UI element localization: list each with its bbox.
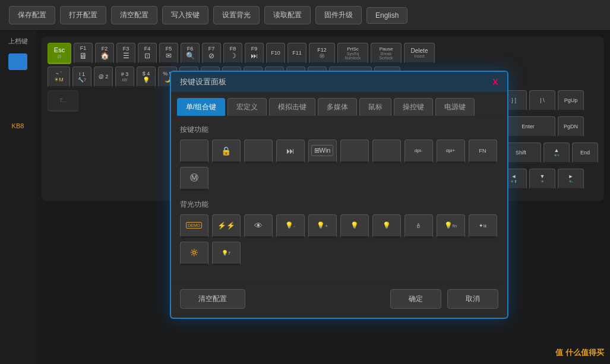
bl-btn-2[interactable]: 💡 <box>372 214 401 238</box>
bl-btn-6[interactable]: 🔆 <box>180 241 208 265</box>
modal-footer: 清空配置 确定 取消 <box>171 283 507 317</box>
read-config-button[interactable]: 读取配置 <box>264 6 311 24</box>
key-enter[interactable]: Enter <box>501 116 555 138</box>
modal-cancel-button[interactable]: 取消 <box>447 289 498 308</box>
bl-btn-lightning[interactable]: ⚡⚡ <box>212 214 241 238</box>
modal-body: 按键功能 🔒 ⏭ ⊞Win dpi- dpi+ FN Ⓜ 背光功能 DEMO ⚡… <box>171 115 507 283</box>
bl-btn-4[interactable]: 💡fin <box>437 214 465 238</box>
key-f1[interactable]: F1🖥 <box>74 43 93 64</box>
key-f3[interactable]: F3☰ <box>116 43 135 64</box>
key-f11[interactable]: F11 <box>287 43 306 64</box>
tab-macro[interactable]: 宏定义 <box>227 97 267 115</box>
key-f10[interactable]: F10 <box>266 43 285 64</box>
key-pgdn[interactable]: PgDN <box>558 116 584 138</box>
bl-btn-1[interactable]: 💡 <box>340 214 369 238</box>
key-delete[interactable]: DeleteInsert <box>404 43 435 64</box>
key-f2[interactable]: F2🏠 <box>95 43 114 64</box>
key-tilde[interactable]: ~ `☀M <box>48 67 70 88</box>
modal-dialog: 按键设置面板 X 单/组合键 宏定义 模拟击键 多媒体 鼠标 操控键 电源键 按… <box>170 70 508 318</box>
kb-label: KB8 <box>12 122 24 129</box>
kf-btn-6[interactable] <box>340 139 369 163</box>
kf-btn-1[interactable] <box>180 139 208 163</box>
bl-btn-7[interactable]: 💡7 <box>212 241 241 265</box>
kf-btn-m[interactable]: Ⓜ <box>180 166 208 190</box>
backlight-func-buttons: DEMO ⚡⚡ 👁 💡- 💡+ 💡 💡 🕯 💡fin ✦lit 🔆 💡7 <box>180 214 498 265</box>
key-pgup[interactable]: PgUp <box>558 90 584 112</box>
set-backlight-button[interactable]: 设置背光 <box>213 6 260 24</box>
write-keys-button[interactable]: 写入按键 <box>162 6 208 24</box>
kf-btn-dpi-plus[interactable]: dpi+ <box>437 139 465 163</box>
firmware-upgrade-button[interactable]: 固件升级 <box>315 6 362 24</box>
kf-btn-3[interactable] <box>244 139 273 163</box>
key-row-fn: Esc ⊘ F1🖥 F2🏠 F3☰ F4⊡ F5✉ F6🔍 F7⊘ F8☽ F9… <box>48 43 598 64</box>
key-backslash[interactable]: | \ <box>529 90 555 112</box>
bl-btn-3[interactable]: 🕯 <box>404 214 433 238</box>
tab-power[interactable]: 电源键 <box>435 97 475 115</box>
key-f8[interactable]: F8☽ <box>223 43 242 64</box>
kf-btn-dpi-minus[interactable]: dpi- <box>404 139 433 163</box>
key-pause[interactable]: PauseBreakScrlock <box>371 43 402 64</box>
bl-btn-demo[interactable]: DEMO <box>180 214 208 238</box>
key-func-buttons: 🔒 ⏭ ⊞Win dpi- dpi+ FN Ⓜ <box>180 139 498 190</box>
modal-confirm-button[interactable]: 确定 <box>390 289 441 308</box>
key-3[interactable]: # 3//// <box>115 67 134 88</box>
kf-btn-7[interactable] <box>372 139 401 163</box>
tab-joystick[interactable]: 操控键 <box>394 97 433 115</box>
blue-indicator <box>8 53 27 70</box>
upper-key-label: 上档键 <box>8 37 28 46</box>
key-f7[interactable]: F7⊘ <box>202 43 221 64</box>
key-1[interactable]: ! 1🔧7 <box>72 67 91 88</box>
toolbar: 保存配置 打开配置 清空配置 写入按键 设置背光 读取配置 固件升级 Engli… <box>0 0 610 31</box>
kf-btn-5[interactable]: ⊞Win <box>308 139 337 163</box>
tab-mouse[interactable]: 鼠标 <box>359 97 391 115</box>
key-f12[interactable]: F12Ⓜ <box>309 43 335 64</box>
key-tab-hidden: T... <box>48 90 78 112</box>
key-2[interactable]: @ 2 <box>94 67 113 88</box>
modal-tabs: 单/组合键 宏定义 模拟击键 多媒体 鼠标 操控键 电源键 <box>171 91 507 115</box>
bl-btn-5[interactable]: ✦lit <box>469 214 497 238</box>
key-func-section-title: 按键功能 <box>180 124 498 134</box>
key-end[interactable]: End <box>572 143 598 164</box>
key-4[interactable]: $ 4💡 <box>137 67 156 88</box>
kf-btn-fn[interactable]: FN <box>469 139 497 163</box>
kf-btn-4[interactable]: ⏭ <box>276 139 305 163</box>
key-down[interactable]: ▼☀ <box>529 169 555 190</box>
key-right[interactable]: ►☀- <box>558 169 584 190</box>
key-f6[interactable]: F6🔍 <box>181 43 200 64</box>
left-sidebar: 上档键 KB8 <box>0 31 36 364</box>
save-config-button[interactable]: 保存配置 <box>9 6 55 24</box>
clear-config-button[interactable]: 清空配置 <box>111 6 157 24</box>
key-f9[interactable]: F9⏭ <box>245 43 264 64</box>
watermark: 值 什么值得买 <box>555 347 604 358</box>
bl-btn-bulb-plus[interactable]: 💡+ <box>308 214 337 238</box>
language-button[interactable]: English <box>366 7 407 24</box>
tab-single-combo[interactable]: 单/组合键 <box>177 97 225 115</box>
key-f5[interactable]: F5✉ <box>159 43 178 64</box>
key-esc[interactable]: Esc ⊘ <box>48 43 71 64</box>
tab-media[interactable]: 多媒体 <box>318 97 357 115</box>
tab-simulate-key[interactable]: 模拟击键 <box>269 97 315 115</box>
backlight-func-section-title: 背光功能 <box>180 199 498 209</box>
bl-btn-eye[interactable]: 👁 <box>244 214 273 238</box>
key-f4[interactable]: F4⊡ <box>138 43 157 64</box>
key-up[interactable]: ▲☀+ <box>543 143 570 164</box>
open-config-button[interactable]: 打开配置 <box>60 6 106 24</box>
modal-header: 按键设置面板 X <box>171 71 507 91</box>
modal-close-button[interactable]: X <box>492 77 498 86</box>
kf-btn-2[interactable]: 🔒 <box>212 139 241 163</box>
key-prtsc[interactable]: PrtScSysRqNumlock <box>337 43 368 64</box>
bl-btn-bulb-minus[interactable]: 💡- <box>276 214 305 238</box>
modal-title: 按键设置面板 <box>180 76 226 87</box>
modal-clear-button[interactable]: 清空配置 <box>180 289 245 308</box>
